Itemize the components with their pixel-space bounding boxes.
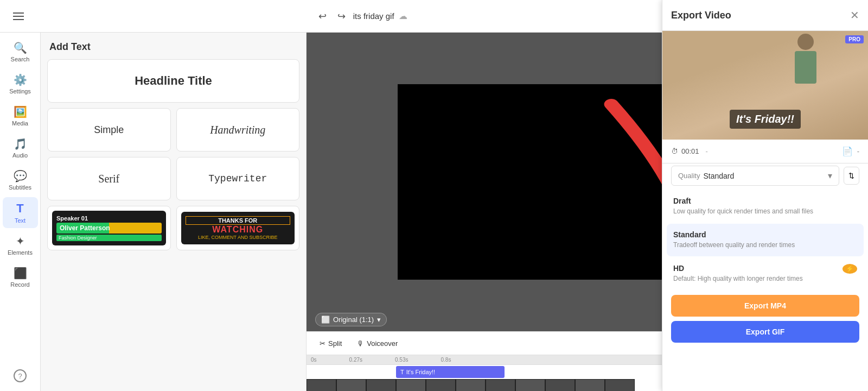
sidebar-item-media[interactable]: 🖼️ Media bbox=[3, 101, 38, 131]
search-icon: 🔍 bbox=[14, 41, 27, 54]
hd-premium-badge: ⚡ bbox=[843, 264, 857, 274]
pro-badge: PRO bbox=[845, 35, 864, 43]
headline-card[interactable]: Headline Title bbox=[47, 59, 299, 103]
film-frame bbox=[396, 379, 426, 391]
sidebar-item-record[interactable]: ⬛ Record bbox=[3, 262, 38, 292]
subtitles-icon: 💬 bbox=[14, 169, 27, 182]
preview-text-overlay: It's Friday!! bbox=[730, 110, 801, 129]
main-area: 🔍 Search ⚙️ Settings 🖼️ Media 🎵 Audio 💬 … bbox=[0, 33, 868, 391]
file-separator: - bbox=[706, 147, 708, 155]
mic-icon: 🎙 bbox=[357, 339, 364, 348]
elements-icon: ✦ bbox=[16, 235, 25, 248]
media-icon: 🖼️ bbox=[14, 105, 27, 118]
watching-text: WATCHING bbox=[186, 225, 291, 235]
film-frame bbox=[336, 379, 366, 391]
head bbox=[797, 34, 814, 50]
undo-button[interactable]: ↩ bbox=[315, 7, 330, 26]
quality-option-standard[interactable]: Standard Tradeoff between quality and re… bbox=[667, 224, 864, 256]
serif-card[interactable]: Serif bbox=[47, 157, 171, 200]
export-panel: Export Video ✕ It's Friday!! bbox=[662, 33, 868, 391]
file-icon: 📄 bbox=[842, 146, 853, 156]
hamburger-menu[interactable] bbox=[9, 8, 28, 24]
cloud-icon: ☁ bbox=[399, 11, 407, 21]
redo-button[interactable]: ↪ bbox=[334, 7, 349, 26]
text-track[interactable]: T It's Friday!! bbox=[396, 366, 505, 378]
quality-option-draft[interactable]: Draft Low quality for quick render times… bbox=[667, 190, 864, 223]
quality-settings-button[interactable]: ⇅ bbox=[844, 167, 859, 185]
thanks-card[interactable]: THANKS FOR WATCHING LIKE, COMMENT AND SU… bbox=[176, 206, 300, 250]
chevron-icon: ▾ bbox=[377, 316, 381, 324]
ruler-0s: 0s bbox=[311, 357, 317, 363]
sidebar-settings-label: Settings bbox=[9, 88, 31, 94]
project-title-text: its friday gif bbox=[353, 11, 394, 21]
text-icon: T bbox=[16, 201, 23, 216]
top-bar-center: ↩ ↪ its friday gif ☁ bbox=[315, 7, 407, 26]
voiceover-button[interactable]: 🎙 Voiceover bbox=[353, 337, 402, 350]
film-frame bbox=[426, 379, 456, 391]
sidebar-audio-label: Audio bbox=[12, 152, 28, 159]
aspect-label: Original (1:1) bbox=[333, 316, 374, 324]
record-icon: ⬛ bbox=[14, 267, 27, 280]
thanks-for-text: THANKS FOR bbox=[186, 216, 291, 225]
split-label: Split bbox=[328, 339, 342, 348]
simple-card[interactable]: Simple bbox=[47, 108, 171, 152]
preview-placeholder: It's Friday!! bbox=[662, 33, 868, 140]
file-dash: - bbox=[857, 147, 859, 155]
handwriting-text: Handwriting bbox=[210, 124, 265, 136]
film-frame bbox=[575, 379, 605, 391]
sidebar-item-subtitles[interactable]: 💬 Subtitles bbox=[3, 165, 38, 195]
quality-options: Draft Low quality for quick render times… bbox=[662, 190, 868, 289]
sidebar-elements-label: Elements bbox=[8, 249, 33, 256]
top-bar-left bbox=[9, 8, 28, 24]
aspect-icon: ⬜ bbox=[321, 316, 330, 324]
export-buttons: Export MP4 Export GIF bbox=[662, 291, 868, 347]
quality-select-wrapper[interactable]: Quality Standard ▾ bbox=[671, 166, 839, 186]
film-frame bbox=[515, 379, 545, 391]
clock-icon: ⏱ bbox=[671, 147, 678, 155]
hd-title: HD bbox=[673, 264, 803, 273]
draft-desc: Low quality for quick render times and s… bbox=[673, 207, 857, 216]
split-button[interactable]: ✂ Split bbox=[315, 337, 346, 350]
sidebar-item-search[interactable]: 🔍 Search bbox=[3, 37, 38, 67]
handwriting-card[interactable]: Handwriting bbox=[176, 108, 300, 152]
typewriter-card[interactable]: Typewriter bbox=[176, 157, 300, 200]
voiceover-label: Voiceover bbox=[367, 339, 398, 348]
split-icon: ✂ bbox=[320, 339, 326, 348]
serif-text: Serif bbox=[98, 173, 119, 185]
quality-row: Quality Standard ▾ ⇅ bbox=[662, 163, 868, 190]
sidebar-item-help[interactable]: ? bbox=[3, 365, 38, 387]
quality-chevron-icon: ▾ bbox=[828, 171, 832, 181]
ruler-0.8s: 0.8s bbox=[441, 357, 451, 363]
film-frame bbox=[545, 379, 575, 391]
film-frame bbox=[456, 379, 486, 391]
quality-option-hd[interactable]: HD Default: High quality with longer ren… bbox=[667, 257, 864, 290]
speaker-card[interactable]: Speaker 01 Oliver Patterson Fashion Desi… bbox=[47, 206, 171, 250]
sidebar-item-settings[interactable]: ⚙️ Settings bbox=[3, 69, 38, 99]
headline-text: Headline Title bbox=[135, 74, 212, 88]
film-frame bbox=[605, 379, 635, 391]
like-text: LIKE, COMMENT AND SUBSCRIBE bbox=[186, 235, 291, 240]
sidebar-text-label: Text bbox=[15, 217, 25, 224]
sidebar-item-audio[interactable]: 🎵 Audio bbox=[3, 133, 38, 163]
film-strip bbox=[307, 379, 635, 391]
standard-title: Standard bbox=[673, 230, 857, 239]
sliders-icon: ⇅ bbox=[848, 172, 854, 180]
ruler-0.27s: 0.27s bbox=[349, 357, 362, 363]
aspect-selector[interactable]: ⬜ Original (1:1) ▾ bbox=[315, 313, 387, 326]
settings-icon: ⚙️ bbox=[14, 73, 27, 86]
text-track-icon: T bbox=[400, 369, 404, 375]
sidebar-item-text[interactable]: T Text bbox=[3, 197, 38, 228]
film-frame bbox=[307, 379, 336, 391]
standard-desc: Tradeoff between quality and render time… bbox=[673, 241, 857, 250]
person-figure bbox=[795, 34, 816, 84]
sidebar-record-label: Record bbox=[10, 281, 29, 288]
text-panel: Add Text Headline Title Simple Handwriti… bbox=[41, 33, 307, 391]
sidebar-item-elements[interactable]: ✦ Elements bbox=[3, 230, 38, 260]
export-file-info: 📄 - bbox=[842, 146, 859, 156]
export-preview: It's Friday!! PRO bbox=[662, 33, 868, 140]
export-gif-button[interactable]: Export GIF bbox=[671, 321, 859, 343]
sidebar-subtitles-label: Subtitles bbox=[9, 184, 31, 191]
quality-select-text: Standard bbox=[703, 172, 828, 180]
export-mp4-button[interactable]: Export MP4 bbox=[671, 295, 859, 317]
panel-header: Add Text bbox=[41, 33, 306, 59]
